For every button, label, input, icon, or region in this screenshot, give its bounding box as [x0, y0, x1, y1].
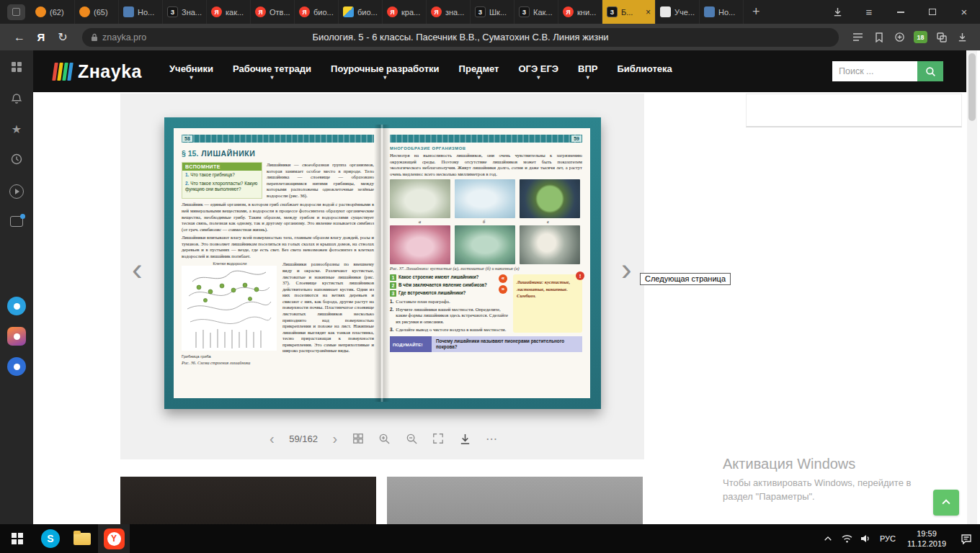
viewer-prev-icon[interactable]: ‹ — [270, 431, 275, 447]
caret-down-icon: ▾ — [271, 76, 274, 80]
yandex-home-button[interactable]: Я — [30, 31, 52, 43]
search-input[interactable] — [832, 61, 917, 81]
file-explorer-icon[interactable] — [66, 524, 98, 553]
browser-tab-active[interactable]: ЗБ...× — [602, 0, 656, 24]
browser-tab[interactable]: Язна... — [427, 0, 471, 24]
site-logo-text: Zнayka — [78, 61, 142, 82]
znayka-favicon-icon: З — [475, 6, 486, 17]
browser-tab[interactable]: ЗКак... — [514, 0, 558, 24]
start-button[interactable] — [0, 524, 35, 553]
browser-tab[interactable]: Якак... — [207, 0, 251, 24]
services-grid-icon[interactable] — [0, 62, 33, 72]
scrollbar-thumb[interactable] — [968, 53, 976, 121]
browser-tab[interactable]: ЗЗна... — [163, 0, 207, 24]
zoom-out-icon[interactable] — [406, 433, 418, 445]
page-scrollbar[interactable] — [967, 50, 977, 524]
language-indicator[interactable]: РУС — [875, 534, 901, 543]
paragraph: Лишайники — своеобразная группа организм… — [267, 162, 374, 199]
windows-logo-icon — [12, 533, 23, 544]
chevron-up-icon — [940, 496, 953, 509]
adblock-badge[interactable]: 18 — [910, 27, 931, 48]
sidebar-app-icon-3[interactable] — [0, 357, 33, 376]
nav-item-tetradi[interactable]: Рабочие тетради▾ — [233, 63, 311, 80]
lichen-photo-a2 — [390, 225, 450, 264]
tray-chevron-up-icon[interactable] — [819, 524, 837, 553]
next-page-arrow[interactable]: › — [621, 253, 632, 285]
tab-title: био... — [357, 8, 378, 17]
nav-item-razrabotki[interactable]: Поурочные разработки▾ — [331, 63, 440, 80]
notifications-bell-icon[interactable] — [0, 92, 33, 105]
downloads-icon[interactable] — [952, 27, 973, 48]
viewer-next-icon[interactable]: › — [332, 431, 337, 447]
more-options-icon[interactable]: ⋯ — [486, 432, 497, 446]
screenshot-icon[interactable] — [0, 216, 33, 227]
scroll-to-top-button[interactable] — [933, 490, 959, 516]
prev-page-arrow[interactable]: ‹ — [132, 253, 143, 285]
nav-item-biblioteka[interactable]: Библиотека — [617, 63, 672, 80]
search-button[interactable] — [917, 61, 943, 81]
related-photo-1[interactable] — [120, 477, 376, 524]
browser-tab[interactable]: (62) — [31, 0, 75, 24]
window-close-button[interactable]: × — [948, 0, 980, 24]
search-icon — [925, 66, 936, 77]
extension-icon[interactable] — [889, 27, 910, 48]
yandex-favicon-icon: Я — [563, 6, 574, 17]
browser-tab[interactable]: Якра... — [383, 0, 427, 24]
sidebar-app-icon-2[interactable] — [0, 327, 33, 346]
taskbar-clock[interactable]: 19:59 11.12.2019 — [901, 529, 953, 549]
lichen-photo-b2 — [455, 225, 515, 264]
new-tab-button[interactable]: + — [744, 4, 769, 19]
sidebar-app-icon-1[interactable] — [0, 297, 33, 315]
browser-tab[interactable]: ЯОтв... — [251, 0, 295, 24]
related-images — [120, 477, 643, 524]
favorites-star-icon[interactable]: ★ — [0, 122, 33, 136]
skype-taskbar-icon[interactable]: S — [35, 524, 66, 553]
related-photo-2[interactable] — [387, 477, 643, 524]
action-center-icon[interactable] — [953, 524, 980, 553]
tab-title: как... — [226, 8, 244, 17]
browser-tab[interactable]: (65) — [75, 0, 119, 24]
tab-close-icon[interactable]: × — [646, 7, 651, 17]
nav-item-predmet[interactable]: Предмет▾ — [459, 63, 499, 80]
browser-menu-button[interactable] — [7, 4, 25, 20]
vk-favicon-icon — [704, 6, 715, 17]
browser-tab[interactable]: Якни... — [558, 0, 602, 24]
nav-item-vpr[interactable]: ВПР▾ — [578, 63, 597, 80]
browser-tab[interactable]: Уче... — [656, 0, 700, 24]
reader-mode-icon[interactable] — [847, 27, 868, 48]
collections-icon[interactable] — [931, 27, 952, 48]
browser-tab[interactable]: Ябио... — [295, 0, 339, 24]
nav-item-uchebniki[interactable]: Учебники▾ — [169, 63, 213, 80]
tab-title: Уче... — [674, 8, 695, 17]
downloads-panel-icon[interactable] — [821, 0, 853, 24]
browser-settings-menu-icon[interactable]: ≡ — [853, 0, 885, 24]
browser-tab[interactable]: био... — [339, 0, 383, 24]
volume-icon[interactable] — [856, 524, 875, 553]
address-bar[interactable]: znayka.pro Биология. 5 - 6 классы. Пасеч… — [82, 28, 839, 47]
reload-button[interactable]: ↻ — [52, 30, 74, 44]
site-logo[interactable]: Zнayka — [53, 61, 142, 82]
browser-tab[interactable]: Но... — [119, 0, 163, 24]
exclamation-icon: ! — [576, 271, 584, 280]
network-icon[interactable] — [837, 524, 856, 553]
site-nav: Учебники▾ Рабочие тетради▾ Поурочные раз… — [169, 63, 672, 80]
window-maximize-button[interactable] — [917, 0, 948, 24]
yandex-browser-taskbar-icon[interactable]: Y — [98, 524, 130, 553]
browser-tab[interactable]: Но... — [700, 0, 744, 24]
tab-title: кни... — [577, 8, 596, 17]
znayka-favicon-icon: З — [607, 6, 618, 17]
history-clock-icon[interactable] — [0, 153, 33, 166]
browser-tab[interactable]: ЗШк... — [471, 0, 514, 24]
back-button[interactable]: ← — [9, 31, 30, 44]
zoom-in-icon[interactable] — [378, 433, 391, 445]
book-spread[interactable]: 58 § 15.ЛИШАЙНИКИ ВСПОМНИТЕ 1. Что такое… — [164, 117, 601, 409]
decor-strip: 58 — [182, 135, 374, 143]
download-page-icon[interactable] — [459, 433, 471, 445]
nav-item-oge-ege[interactable]: ОГЭ ЕГЭ▾ — [518, 63, 558, 80]
bookmark-flag-icon[interactable] — [868, 27, 889, 48]
thumbnails-grid-icon[interactable] — [352, 433, 364, 444]
video-play-icon[interactable] — [0, 184, 33, 199]
window-minimize-button[interactable] — [885, 0, 917, 24]
browser-toolbar: ← Я ↻ znayka.pro Биология. 5 - 6 классы.… — [0, 24, 980, 50]
fullscreen-icon[interactable] — [432, 433, 444, 444]
